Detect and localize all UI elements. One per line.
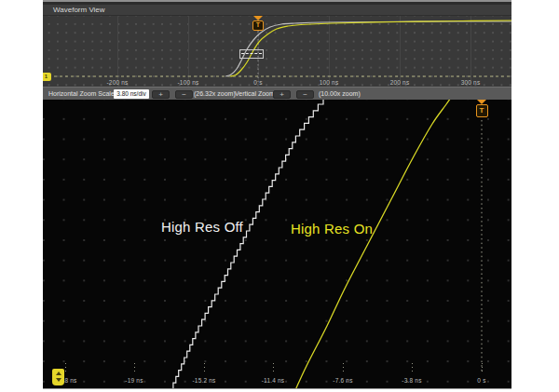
axis-tick-dot — [134, 367, 135, 368]
axis-tick-dot — [412, 363, 413, 364]
axis-tick-dot — [134, 363, 135, 364]
horizontal-zoom-in-button[interactable]: + — [152, 90, 170, 99]
trace-high-res-on — [295, 100, 455, 388]
zoom-selection-center-line — [241, 53, 262, 54]
page-background: { "window": { "title": "Waveform View" }… — [0, 0, 559, 392]
axis-tick-dot — [343, 371, 344, 372]
main-trigger-badge[interactable]: T — [475, 100, 488, 117]
vertical-zoom-in-button[interactable]: + — [273, 90, 291, 99]
axis-tick-dot — [412, 367, 413, 368]
vertical-zoom-out-button[interactable]: − — [296, 90, 314, 99]
axis-tick-dot — [204, 363, 205, 364]
axis-tick-label: 100 ns — [310, 79, 348, 86]
badge-down-arrow-icon — [56, 378, 61, 382]
overview-graticule[interactable]: -200 ns-100 ns0 s100 ns200 ns300 ns T 1 — [43, 16, 511, 87]
axis-tick-label: -200 ns — [99, 79, 136, 86]
axis-tick-dot — [65, 371, 66, 372]
axis-tick-dot — [482, 363, 483, 364]
main-traces-svg — [43, 100, 511, 388]
axis-tick-dot — [273, 363, 274, 364]
overview-channel-badge[interactable]: 1 — [43, 73, 51, 81]
trigger-t-icon: T — [252, 20, 264, 31]
trigger-t-icon: T — [476, 104, 488, 117]
axis-tick-label: -100 ns — [170, 79, 207, 86]
axis-tick-label: 200 ns — [381, 79, 418, 86]
axis-tick-dot — [65, 363, 66, 364]
axis-tick-dot — [273, 371, 274, 372]
main-channel-badge[interactable] — [52, 369, 64, 385]
overview-trigger-badge[interactable]: T — [252, 16, 265, 31]
axis-tick-dot — [273, 367, 274, 368]
axis-tick-dot — [134, 371, 135, 372]
badge-up-arrow-icon — [56, 372, 61, 375]
zoom-selection-box[interactable] — [239, 49, 264, 59]
waveform-view-window: Waveform View -200 ns-100 ns0 s100 ns200… — [43, 0, 511, 389]
axis-tick-dot — [482, 371, 483, 372]
axis-tick-dot — [343, 367, 344, 368]
axis-tick-dot — [482, 367, 483, 368]
axis-tick-dot — [412, 371, 413, 372]
axis-tick-label: 0 s — [239, 79, 277, 86]
axis-tick-label: -3.8 ns — [393, 377, 430, 384]
high-res-on-label: High Res On — [291, 221, 373, 237]
axis-tick-label: -11.4 ns — [254, 377, 292, 384]
axis-tick-label: 300 ns — [452, 79, 489, 86]
vertical-zoom-label: Vertical Zoom — [235, 88, 275, 101]
axis-tick-label: -19 ns — [116, 377, 153, 384]
axis-tick-dot — [343, 363, 344, 364]
zoom-scale-bar: Horizontal Zoom Scale 3.80 ns/div + − (2… — [43, 87, 511, 100]
horizontal-zoom-out-button[interactable]: − — [175, 90, 193, 99]
overview-trace-high-res-on — [230, 20, 511, 76]
axis-tick-dot — [204, 367, 205, 368]
axis-tick-label: -15.2 ns — [185, 377, 223, 384]
axis-tick-label: -7.6 ns — [324, 377, 361, 384]
window-title: Waveform View — [53, 6, 105, 14]
vertical-zoom-readout: (10.00x zoom) — [319, 88, 361, 101]
zoomed-waveform-area[interactable]: -22.8 ns-19 ns-15.2 ns-11.4 ns-7.6 ns-3.… — [43, 100, 511, 388]
axis-tick-label: 0 s — [463, 377, 500, 384]
axis-tick-dot — [65, 367, 66, 368]
horizontal-zoom-readout: (26.32x zoom) — [194, 88, 236, 101]
horizontal-zoom-scale-label: Horizontal Zoom Scale — [48, 88, 115, 101]
horizontal-scale-input[interactable]: 3.80 ns/div — [114, 89, 149, 99]
overview-trace-high-res-off — [225, 21, 511, 76]
overview-traces-svg — [43, 16, 511, 87]
high-res-off-label: High Res Off — [161, 219, 243, 235]
window-titlebar[interactable]: Waveform View — [43, 5, 511, 16]
axis-tick-dot — [204, 371, 205, 372]
trace-high-res-off — [170, 100, 323, 388]
